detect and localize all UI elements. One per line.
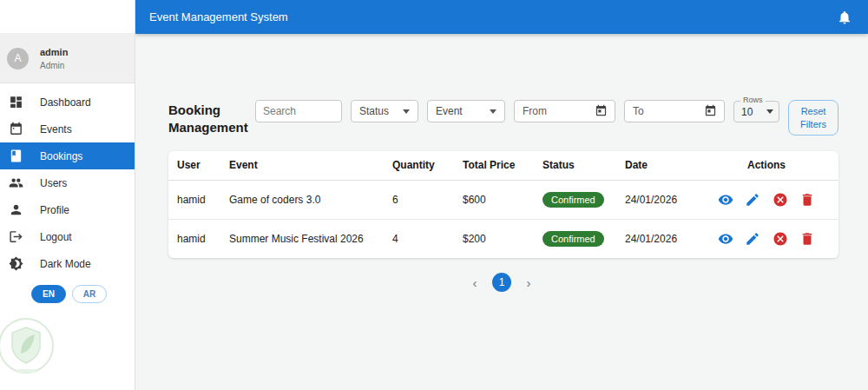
sidebar-nav: Dashboard Events Bookings Users Profile	[0, 89, 135, 277]
col-total-price: Total Price	[454, 151, 534, 180]
sidebar-item-bookings[interactable]: Bookings	[0, 142, 135, 169]
cell-total-price: $200	[454, 219, 534, 258]
date-from-input[interactable]	[523, 105, 583, 117]
user-role: Admin	[40, 61, 68, 70]
chevron-down-icon	[403, 109, 410, 114]
main-content: Booking Management Status Event	[135, 34, 868, 390]
date-from-field	[514, 100, 615, 122]
cell-user: hamid	[168, 219, 220, 258]
current-page-button[interactable]: 1	[492, 273, 511, 292]
filters: Status Event Rows 10	[255, 100, 838, 136]
prev-page-button[interactable]: ‹	[465, 273, 484, 292]
trash-icon	[799, 192, 815, 208]
reset-filters-button[interactable]: Reset Filters	[788, 100, 838, 136]
cancel-button[interactable]	[773, 231, 788, 247]
rows-legend: Rows	[740, 96, 766, 104]
calendar-picker-icon[interactable]	[595, 104, 608, 118]
sidebar-item-profile[interactable]: Profile	[0, 196, 135, 223]
calendar-picker-icon[interactable]	[704, 104, 718, 118]
status-select[interactable]: Status	[351, 100, 418, 122]
status-badge: Confirmed	[542, 192, 604, 208]
chevron-down-icon	[490, 109, 496, 114]
cell-user: hamid	[168, 180, 220, 219]
col-event: Event	[220, 151, 384, 180]
col-quantity: Quantity	[384, 151, 454, 180]
date-to-input[interactable]	[633, 105, 694, 117]
sidebar-item-label: Events	[40, 123, 72, 136]
sidebar-item-events[interactable]: Events	[0, 116, 135, 142]
pagination: ‹ 1 ›	[135, 273, 868, 292]
user-name: admin	[40, 47, 68, 57]
toolbar: Booking Management Status Event	[168, 100, 838, 136]
language-switcher: EN AR	[0, 285, 135, 303]
sidebar-item-dark-mode[interactable]: Dark Mode	[0, 250, 135, 277]
dashboard-icon	[9, 95, 23, 109]
cell-status: Confirmed	[534, 219, 616, 258]
calendar-icon	[9, 122, 23, 136]
col-actions: Actions	[694, 151, 838, 180]
table-row: hamid Summer Music Festival 2026 4 $200 …	[168, 219, 838, 258]
sidebar-item-label: Profile	[40, 204, 69, 216]
status-select-label: Status	[359, 105, 389, 117]
delete-button[interactable]	[799, 192, 815, 208]
table-header-row: User Event Quantity Total Price Status D…	[168, 151, 838, 180]
cell-quantity: 4	[384, 219, 454, 258]
sidebar-item-users[interactable]: Users	[0, 169, 135, 196]
cell-event: Summer Music Festival 2026	[220, 219, 384, 258]
user-profile: A admin Admin	[0, 34, 135, 83]
col-user: User	[168, 151, 220, 180]
edit-button[interactable]	[745, 192, 760, 208]
rows-value: 10	[741, 106, 753, 118]
sidebar-item-label: Logout	[40, 231, 72, 243]
sidebar-spacer	[0, 0, 135, 34]
view-button[interactable]	[718, 231, 733, 247]
avatar: A	[7, 48, 29, 69]
event-select[interactable]: Event	[427, 100, 505, 122]
search-input[interactable]	[255, 100, 342, 122]
cell-quantity: 6	[384, 180, 454, 219]
cell-event: Game of coders 3.0	[220, 180, 384, 219]
pencil-icon	[745, 231, 760, 247]
cancel-icon	[773, 231, 788, 247]
date-to-field	[624, 100, 725, 122]
table-row: hamid Game of coders 3.0 6 $600 Confirme…	[168, 180, 838, 219]
cancel-button[interactable]	[773, 192, 788, 208]
book-icon	[9, 149, 23, 163]
rows-per-page-select[interactable]: Rows 10	[733, 101, 779, 122]
dark-mode-icon	[9, 256, 23, 271]
bookings-table-card: User Event Quantity Total Price Status D…	[168, 151, 838, 258]
users-icon	[9, 175, 23, 190]
edit-button[interactable]	[745, 231, 760, 247]
lang-ar-button[interactable]: AR	[72, 285, 107, 303]
eye-icon	[718, 231, 733, 247]
sidebar-item-logout[interactable]: Logout	[0, 223, 135, 250]
status-badge: Confirmed	[542, 231, 604, 247]
trash-icon	[799, 231, 815, 247]
cell-actions	[694, 219, 838, 258]
col-status: Status	[534, 151, 616, 180]
event-select-label: Event	[436, 105, 463, 117]
shield-leaf-logo	[0, 317, 62, 383]
bell-icon[interactable]	[837, 10, 852, 25]
cancel-icon	[773, 192, 788, 208]
lang-en-button[interactable]: EN	[31, 285, 66, 303]
sidebar-item-dashboard[interactable]: Dashboard	[0, 89, 135, 116]
pencil-icon	[745, 192, 760, 208]
view-button[interactable]	[718, 192, 733, 208]
sidebar-item-label: Bookings	[40, 150, 82, 162]
cell-date: 24/01/2026	[616, 219, 694, 258]
delete-button[interactable]	[799, 231, 815, 247]
cell-status: Confirmed	[534, 180, 616, 219]
bookings-table: User Event Quantity Total Price Status D…	[168, 151, 838, 258]
eye-icon	[718, 192, 733, 208]
sidebar-item-label: Users	[40, 177, 67, 189]
next-page-button[interactable]: ›	[519, 273, 538, 292]
cell-total-price: $600	[454, 180, 534, 219]
sidebar: A admin Admin Dashboard Events Bookings	[0, 0, 135, 390]
chevron-down-icon	[766, 109, 773, 114]
person-icon	[9, 202, 23, 217]
appbar: Event Management System	[135, 0, 868, 34]
page-title: Booking Management	[168, 102, 243, 136]
logout-icon	[9, 229, 23, 244]
col-date: Date	[616, 151, 694, 180]
